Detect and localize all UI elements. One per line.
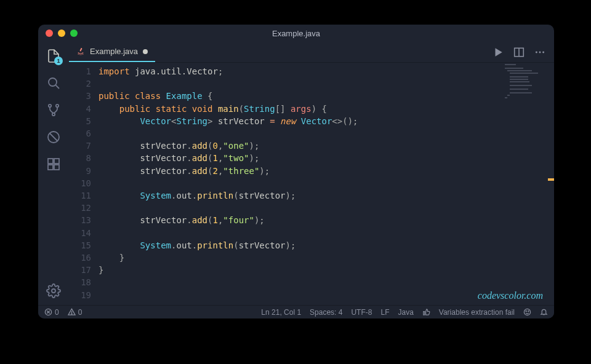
close-window-button[interactable] bbox=[46, 30, 53, 37]
tab-bar: Example.java bbox=[69, 42, 554, 63]
svg-point-15 bbox=[539, 51, 541, 53]
svg-point-22 bbox=[524, 309, 530, 315]
status-errors[interactable]: 0 bbox=[44, 308, 59, 317]
svg-rect-8 bbox=[54, 159, 59, 164]
traffic-lights bbox=[46, 30, 78, 37]
svg-point-21 bbox=[71, 314, 72, 314]
bell-icon[interactable] bbox=[540, 308, 548, 316]
svg-point-11 bbox=[52, 289, 55, 293]
svg-rect-7 bbox=[48, 159, 53, 164]
status-cursor-position[interactable]: Ln 21, Col 1 bbox=[261, 308, 301, 317]
editor[interactable]: 12345678910111213141516171819 import jav… bbox=[69, 63, 554, 305]
more-actions-icon[interactable] bbox=[534, 47, 545, 58]
tab-label: Example.java bbox=[90, 47, 138, 56]
svg-point-14 bbox=[536, 51, 537, 53]
svg-rect-10 bbox=[54, 165, 59, 170]
code-area[interactable]: import java.util.Vector; public class Ex… bbox=[98, 63, 554, 305]
explorer-icon[interactable]: 1 bbox=[46, 48, 62, 64]
status-indentation[interactable]: Spaces: 4 bbox=[310, 308, 342, 317]
error-icon bbox=[44, 308, 52, 316]
window-body: 1 bbox=[38, 42, 554, 305]
svg-point-0 bbox=[49, 78, 57, 86]
activity-bar: 1 bbox=[38, 42, 69, 305]
extensions-icon[interactable] bbox=[46, 156, 62, 172]
feedback-icon[interactable] bbox=[523, 308, 531, 316]
status-eol[interactable]: LF bbox=[380, 308, 389, 317]
svg-line-1 bbox=[55, 85, 59, 89]
search-icon[interactable] bbox=[46, 75, 62, 91]
editor-window: Example.java 1 bbox=[38, 25, 554, 318]
tab-example-java[interactable]: Example.java bbox=[69, 42, 155, 62]
svg-point-2 bbox=[49, 105, 51, 107]
minimize-window-button[interactable] bbox=[58, 30, 65, 37]
dirty-indicator-icon bbox=[143, 49, 148, 54]
run-icon[interactable] bbox=[492, 47, 504, 58]
svg-line-6 bbox=[50, 133, 58, 141]
svg-rect-9 bbox=[48, 165, 53, 170]
thumbs-up-icon[interactable] bbox=[422, 308, 430, 316]
line-number-gutter: 12345678910111213141516171819 bbox=[69, 63, 98, 305]
maximize-window-button[interactable] bbox=[70, 30, 78, 37]
svg-point-16 bbox=[542, 51, 544, 53]
svg-point-24 bbox=[528, 311, 529, 311]
editor-actions bbox=[492, 42, 554, 62]
split-editor-icon[interactable] bbox=[513, 47, 525, 58]
warning-icon bbox=[68, 308, 76, 316]
window-title: Example.java bbox=[38, 29, 554, 38]
status-warnings[interactable]: 0 bbox=[68, 308, 82, 317]
watermark-text: codevscolor.com bbox=[478, 290, 543, 301]
explorer-badge: 1 bbox=[54, 57, 63, 65]
status-language[interactable]: Java bbox=[398, 308, 413, 317]
status-bar: 0 0 Ln 21, Col 1 Spaces: 4 UTF-8 LF Java… bbox=[38, 305, 554, 318]
debug-icon[interactable] bbox=[46, 129, 62, 145]
source-control-icon[interactable] bbox=[46, 102, 62, 118]
java-file-icon bbox=[76, 47, 85, 56]
svg-point-23 bbox=[526, 311, 526, 311]
svg-point-4 bbox=[52, 113, 55, 116]
editor-group: Example.java 123456789101112131415 bbox=[69, 42, 554, 305]
svg-point-3 bbox=[56, 105, 58, 107]
titlebar[interactable]: Example.java bbox=[38, 25, 554, 42]
status-message[interactable]: Variables extraction fail bbox=[439, 308, 515, 317]
status-encoding[interactable]: UTF-8 bbox=[351, 308, 372, 317]
overview-ruler-mark bbox=[548, 178, 554, 181]
settings-icon[interactable] bbox=[46, 283, 62, 299]
